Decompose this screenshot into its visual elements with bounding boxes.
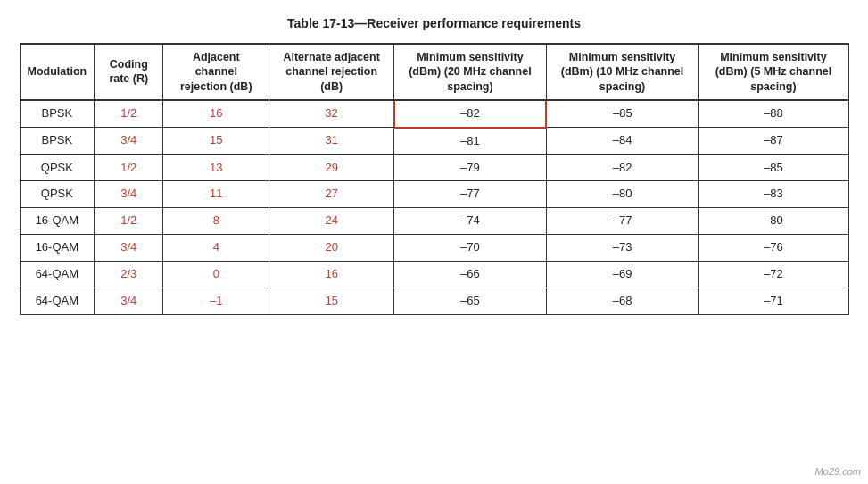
table-row: BPSK3/41531–81–84–87: [20, 128, 848, 154]
cell-sens-10: –77: [546, 208, 699, 235]
cell-sens-20: –65: [394, 288, 547, 314]
cell-acr: 8: [163, 208, 269, 235]
cell-modulation: 16-QAM: [20, 208, 95, 235]
cell-aacr: 31: [269, 128, 394, 154]
table-row: 16-QAM3/4420–70–73–76: [20, 235, 848, 262]
cell-aacr: 20: [269, 235, 394, 262]
cell-sens-20: –74: [394, 208, 547, 235]
watermark: Mo29.com: [815, 466, 861, 477]
cell-modulation: 64-QAM: [20, 288, 95, 314]
table-row: QPSK1/21329–79–82–85: [20, 154, 848, 181]
cell-acr: 0: [163, 262, 269, 288]
cell-modulation: 16-QAM: [20, 235, 95, 262]
cell-sens-5: –72: [699, 262, 848, 288]
cell-sens-20: –70: [394, 235, 547, 262]
cell-coding-rate: 3/4: [95, 128, 163, 154]
cell-sens-20: –81: [394, 128, 547, 154]
table-row: BPSK1/21632–82–85–88: [20, 100, 848, 128]
col-header-acr: Adjacent channel rejection (dB): [163, 44, 269, 100]
cell-sens-20: –79: [394, 154, 547, 181]
col-header-sens-20: Minimum sensitivity (dBm) (20 MHz channe…: [394, 44, 547, 100]
performance-table: Modulation Coding rate (R) Adjacent chan…: [20, 43, 849, 315]
cell-sens-10: –84: [546, 128, 699, 154]
cell-aacr: 27: [269, 181, 394, 208]
cell-coding-rate: 3/4: [95, 235, 163, 262]
cell-sens-10: –82: [546, 154, 699, 181]
cell-coding-rate: 1/2: [95, 208, 163, 235]
cell-sens-20: –66: [394, 262, 547, 288]
table-title: Table 17-13—Receiver performance require…: [287, 16, 581, 30]
cell-coding-rate: 2/3: [95, 262, 163, 288]
cell-sens-10: –73: [546, 235, 699, 262]
cell-coding-rate: 1/2: [95, 100, 163, 128]
col-header-aacr: Alternate adjacent channel rejection (dB…: [269, 44, 394, 100]
cell-acr: –1: [163, 288, 269, 314]
cell-coding-rate: 1/2: [95, 154, 163, 181]
cell-coding-rate: 3/4: [95, 181, 163, 208]
cell-aacr: 29: [269, 154, 394, 181]
cell-modulation: QPSK: [20, 181, 95, 208]
cell-acr: 11: [163, 181, 269, 208]
cell-modulation: BPSK: [20, 128, 95, 154]
cell-sens-5: –71: [699, 288, 848, 314]
table-row: 64-QAM2/3016–66–69–72: [20, 262, 848, 288]
cell-acr: 16: [163, 100, 269, 128]
cell-aacr: 32: [269, 100, 394, 128]
table-row: QPSK3/41127–77–80–83: [20, 181, 848, 208]
cell-modulation: QPSK: [20, 154, 95, 181]
cell-sens-5: –76: [699, 235, 848, 262]
cell-aacr: 15: [269, 288, 394, 314]
cell-sens-20: –77: [394, 181, 547, 208]
cell-acr: 13: [163, 154, 269, 181]
cell-sens-10: –68: [546, 288, 699, 314]
cell-acr: 4: [163, 235, 269, 262]
table-row: 64-QAM3/4–115–65–68–71: [20, 288, 848, 314]
col-header-coding-rate: Coding rate (R): [95, 44, 163, 100]
cell-sens-10: –80: [546, 181, 699, 208]
col-header-sens-10: Minimum sensitivity (dBm) (10 MHz channe…: [546, 44, 699, 100]
cell-sens-5: –85: [699, 154, 848, 181]
cell-sens-5: –83: [699, 181, 848, 208]
cell-modulation: 64-QAM: [20, 262, 95, 288]
cell-sens-5: –88: [699, 100, 848, 128]
cell-aacr: 16: [269, 262, 394, 288]
cell-sens-5: –87: [699, 128, 848, 154]
cell-sens-20: –82: [394, 100, 547, 128]
cell-modulation: BPSK: [20, 100, 95, 128]
cell-acr: 15: [163, 128, 269, 154]
table-row: 16-QAM1/2824–74–77–80: [20, 208, 848, 235]
col-header-sens-5: Minimum sensitivity (dBm) (5 MHz channel…: [699, 44, 848, 100]
cell-coding-rate: 3/4: [95, 288, 163, 314]
cell-sens-10: –69: [546, 262, 699, 288]
cell-sens-5: –80: [699, 208, 848, 235]
cell-sens-10: –85: [546, 100, 699, 128]
cell-aacr: 24: [269, 208, 394, 235]
col-header-modulation: Modulation: [20, 44, 95, 100]
